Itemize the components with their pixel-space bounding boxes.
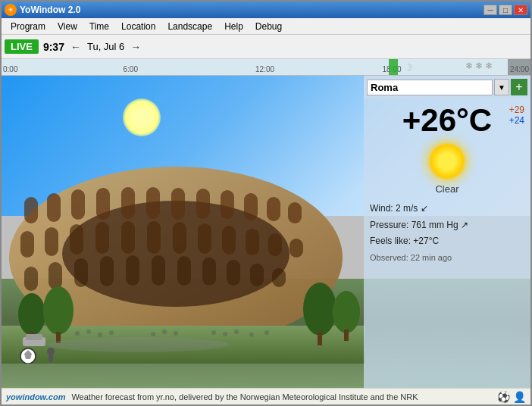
menu-time[interactable]: Time: [83, 20, 115, 33]
wind-value: Wind: 2 m/s ↙: [370, 201, 428, 217]
weather-details: Wind: 2 m/s ↙ Pressure: 761 mm Hg ↗ Feel…: [364, 198, 530, 253]
snowflake-icon-3: ❄: [485, 61, 493, 71]
add-location-button[interactable]: +: [511, 79, 527, 95]
svg-point-40: [43, 286, 74, 335]
prev-arrow-button[interactable]: ←: [69, 41, 83, 53]
colosseum-image: [2, 121, 365, 364]
svg-rect-31: [152, 255, 165, 286]
temperature-range: +29 +24: [509, 105, 524, 126]
snowflake-icon-2: ❄: [475, 61, 483, 71]
menu-debug[interactable]: Debug: [249, 20, 288, 33]
temperature-section: +26°C +29 +24: [364, 98, 530, 139]
svg-rect-27: [49, 262, 62, 289]
svg-rect-26: [24, 267, 38, 291]
moon-section: ☽: [403, 61, 413, 74]
svg-point-50: [151, 332, 155, 336]
minimize-button[interactable]: ─: [483, 5, 497, 15]
svg-rect-8: [171, 188, 185, 220]
feels-like-row: Feels like: +27°C: [370, 233, 524, 250]
svg-point-47: [86, 329, 91, 334]
title-bar-left: ☀ YoWindow 2.0: [5, 4, 80, 16]
svg-rect-18: [121, 221, 135, 254]
svg-rect-10: [221, 190, 234, 219]
svg-point-49: [109, 330, 114, 335]
svg-point-46: [75, 331, 80, 336]
svg-point-55: [234, 329, 239, 334]
weather-condition-label: Clear: [435, 183, 458, 195]
moon-icon: ☽: [403, 61, 413, 73]
weather-icon-section: Clear: [364, 139, 530, 198]
location-bar: Roma ▼ +: [364, 76, 530, 98]
status-icons: ⚽ 👤: [497, 391, 526, 403]
svg-rect-28: [74, 258, 88, 287]
timeline-label-2: 12:00: [255, 65, 274, 73]
menu-landscape[interactable]: Landscape: [161, 20, 218, 33]
svg-rect-23: [246, 229, 259, 255]
menu-location[interactable]: Location: [115, 20, 161, 33]
svg-rect-64: [49, 354, 53, 362]
weather-condition-icon: [428, 142, 466, 180]
svg-rect-6: [121, 187, 135, 219]
feels-like-value: Feels like: +27°C: [370, 233, 439, 250]
menu-help[interactable]: Help: [218, 20, 249, 33]
next-arrow-button[interactable]: →: [129, 41, 142, 53]
svg-point-56: [249, 333, 254, 337]
timeline-marker[interactable]: [389, 59, 398, 75]
timeline[interactable]: 0:00 6:00 12:00 18:00 24:00 ❄ ❄ ❄ ☽: [2, 59, 530, 76]
svg-rect-45: [344, 329, 349, 341]
temp-max: +29: [509, 105, 524, 115]
svg-rect-24: [268, 233, 282, 256]
observed-text: Observed: 22 min ago: [364, 253, 530, 265]
svg-point-44: [333, 291, 360, 333]
app-icon: ☀: [5, 4, 17, 16]
svg-rect-21: [198, 223, 211, 254]
maximize-button[interactable]: □: [499, 5, 512, 15]
svg-rect-34: [227, 260, 240, 286]
weather-panel: Roma ▼ + +26°C +29 +24 Clear: [364, 76, 530, 388]
svg-rect-17: [95, 222, 109, 254]
close-button[interactable]: ✕: [514, 5, 527, 15]
svg-rect-29: [100, 256, 114, 286]
svg-point-48: [98, 333, 102, 337]
temperature-display: +26°C: [402, 102, 492, 138]
svg-point-51: [162, 329, 167, 334]
svg-point-52: [174, 331, 178, 336]
svg-point-54: [223, 332, 227, 336]
svg-rect-32: [177, 256, 191, 286]
pressure-row: Pressure: 761 mm Hg ↗: [370, 217, 524, 234]
location-dropdown-arrow[interactable]: ▼: [494, 79, 509, 95]
location-select[interactable]: Roma: [367, 80, 493, 95]
svg-rect-12: [267, 197, 280, 221]
timeline-label-1: 6:00: [124, 65, 138, 73]
svg-rect-13: [288, 202, 302, 223]
svg-rect-4: [71, 189, 85, 220]
window-controls: ─ □ ✕: [483, 5, 527, 15]
title-bar: ☀ YoWindow 2.0 ─ □ ✕: [2, 2, 530, 18]
snowflake-icon-1: ❄: [465, 61, 473, 71]
svg-rect-14: [20, 231, 34, 258]
menu-view[interactable]: View: [52, 20, 83, 33]
status-text: Weather forecast from yr.no, delivered b…: [71, 392, 491, 401]
pressure-value: Pressure: 761 mm Hg ↗: [370, 217, 468, 234]
temp-min: +24: [509, 115, 524, 126]
svg-rect-25: [289, 239, 303, 258]
svg-rect-19: [147, 221, 161, 254]
wind-row: Wind: 2 m/s ↙: [370, 201, 524, 217]
svg-rect-15: [45, 227, 58, 256]
svg-point-53: [211, 330, 216, 335]
menu-bar: Program View Time Location Landscape Hel…: [2, 18, 530, 35]
svg-point-57: [264, 330, 269, 335]
svg-rect-9: [196, 189, 210, 219]
time-display: 9:37: [43, 41, 64, 53]
timeline-weather-icons: ❄ ❄ ❄: [465, 61, 493, 71]
svg-point-58: [47, 337, 229, 352]
live-button[interactable]: LIVE: [5, 39, 39, 54]
toolbar: LIVE 9:37 ← Tu, Jul 6 →: [2, 35, 530, 59]
person-icon: 👤: [513, 391, 526, 403]
main-window: ☀ YoWindow 2.0 ─ □ ✕ Program View Time L…: [0, 0, 532, 406]
svg-point-42: [303, 283, 336, 336]
menu-program[interactable]: Program: [5, 20, 52, 33]
svg-point-63: [47, 348, 55, 355]
svg-rect-22: [222, 226, 236, 255]
svg-rect-16: [70, 224, 83, 255]
